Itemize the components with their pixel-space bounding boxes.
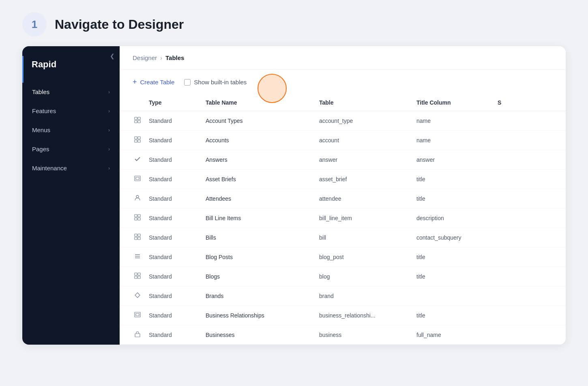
table-row[interactable]: Standard Blog Posts blog_post title (120, 247, 566, 267)
table-row[interactable]: Standard Business Relationships business… (120, 306, 566, 325)
row-s (494, 228, 566, 247)
row-icon (120, 208, 146, 228)
step-badge: 1 (22, 12, 47, 36)
svg-rect-22 (135, 273, 137, 275)
row-title-column: title (413, 267, 494, 286)
svg-rect-12 (138, 214, 140, 217)
row-icon (120, 228, 146, 247)
row-name: Asset Briefs (202, 169, 316, 189)
table-row[interactable]: Standard Bills bill contact_subquery (120, 228, 566, 247)
table-row[interactable]: Standard Account Types account_type name (120, 111, 566, 131)
row-type: Standard (146, 267, 202, 286)
svg-rect-27 (136, 313, 139, 316)
svg-rect-8 (135, 176, 140, 181)
row-icon (120, 111, 146, 131)
sidebar-item-tables[interactable]: Tables › (22, 83, 120, 101)
row-s (494, 169, 566, 189)
table-row[interactable]: Standard Bill Line Items bill_line_item … (120, 208, 566, 228)
col-name: Table Name (202, 94, 316, 111)
toolbar: + Create Table Show built-in tables (120, 70, 566, 94)
svg-rect-2 (135, 120, 137, 123)
row-title-column (413, 286, 494, 306)
chevron-right-icon: › (108, 127, 110, 133)
show-builtin-checkbox[interactable] (184, 79, 191, 86)
step-title: Navigate to Designer (55, 17, 184, 32)
step-header: 1 Navigate to Designer (22, 12, 566, 36)
main-content: Designer › Tables + Create Table Show bu… (120, 46, 566, 345)
row-name: Answers (202, 150, 316, 169)
step-number: 1 (32, 18, 37, 31)
row-icon (120, 189, 146, 208)
sidebar-nav: Tables › Features › Menus › Pages › Main… (22, 83, 120, 177)
row-s (494, 325, 566, 345)
row-s (494, 306, 566, 325)
plus-icon: + (133, 78, 137, 86)
tables-list: Type Table Name Table Title Column S Sta… (120, 94, 566, 345)
svg-rect-3 (138, 120, 140, 123)
row-title-column: title (413, 169, 494, 189)
svg-rect-1 (138, 117, 140, 120)
sidebar-item-menus[interactable]: Menus › (22, 121, 120, 139)
row-name: Businesses (202, 325, 316, 345)
svg-rect-17 (135, 237, 137, 240)
row-name: Bill Line Items (202, 208, 316, 228)
svg-rect-5 (138, 137, 140, 139)
table-header: Type Table Name Table Title Column S (120, 94, 566, 111)
breadcrumb: Designer › Tables (120, 46, 566, 70)
svg-rect-11 (135, 214, 137, 217)
show-builtin-label[interactable]: Show built-in tables (184, 79, 247, 86)
row-icon (120, 286, 146, 306)
col-title: Title Column (413, 94, 494, 111)
row-name: Accounts (202, 131, 316, 150)
table-row[interactable]: Standard Accounts account name (120, 131, 566, 150)
svg-rect-24 (135, 276, 137, 279)
row-db-table: business (316, 325, 413, 345)
col-s: S (494, 94, 566, 111)
create-table-button[interactable]: + Create Table (133, 78, 174, 86)
row-db-table: account (316, 131, 413, 150)
row-title-column: title (413, 189, 494, 208)
table-row[interactable]: Standard Asset Briefs asset_brief title (120, 169, 566, 189)
row-db-table: attendee (316, 189, 413, 208)
svg-rect-4 (135, 137, 137, 139)
svg-rect-14 (138, 218, 140, 220)
table-row[interactable]: Standard Blogs blog title (120, 267, 566, 286)
row-icon (120, 267, 146, 286)
circle-annotation (258, 74, 287, 103)
table-row[interactable]: Standard Businesses business full_name (120, 325, 566, 345)
row-type: Standard (146, 150, 202, 169)
row-s (494, 111, 566, 131)
col-icon (120, 94, 146, 111)
chevron-right-icon: › (108, 146, 110, 152)
row-s (494, 267, 566, 286)
table-body: Standard Account Types account_type name… (120, 111, 566, 345)
row-type: Standard (146, 131, 202, 150)
table-row[interactable]: Standard Attendees attendee title (120, 189, 566, 208)
sidebar-collapse-button[interactable]: ❮ (110, 53, 115, 59)
sidebar-item-maintenance[interactable]: Maintenance › (22, 159, 120, 177)
row-icon (120, 247, 146, 267)
table-row[interactable]: Standard Brands brand (120, 286, 566, 306)
sidebar-item-pages[interactable]: Pages › (22, 140, 120, 158)
row-db-table: bill_line_item (316, 208, 413, 228)
svg-point-10 (136, 195, 139, 198)
sidebar-item-features[interactable]: Features › (22, 102, 120, 120)
col-type: Type (146, 94, 202, 111)
table-row[interactable]: Standard Answers answer answer (120, 150, 566, 169)
sidebar: ❮ Rapid Tables › Features › Menus › Page… (22, 46, 120, 345)
breadcrumb-separator: › (160, 54, 162, 61)
row-type: Standard (146, 306, 202, 325)
row-s (494, 286, 566, 306)
row-title-column: full_name (413, 325, 494, 345)
svg-rect-6 (135, 140, 137, 142)
row-title-column: name (413, 131, 494, 150)
row-icon (120, 131, 146, 150)
svg-rect-18 (138, 237, 140, 240)
row-name: Account Types (202, 111, 316, 131)
create-table-label: Create Table (140, 79, 175, 86)
main-container: ❮ Rapid Tables › Features › Menus › Page… (22, 46, 566, 345)
row-title-column: title (413, 306, 494, 325)
breadcrumb-parent[interactable]: Designer (133, 54, 157, 61)
svg-rect-23 (138, 273, 140, 275)
svg-rect-25 (138, 276, 140, 279)
